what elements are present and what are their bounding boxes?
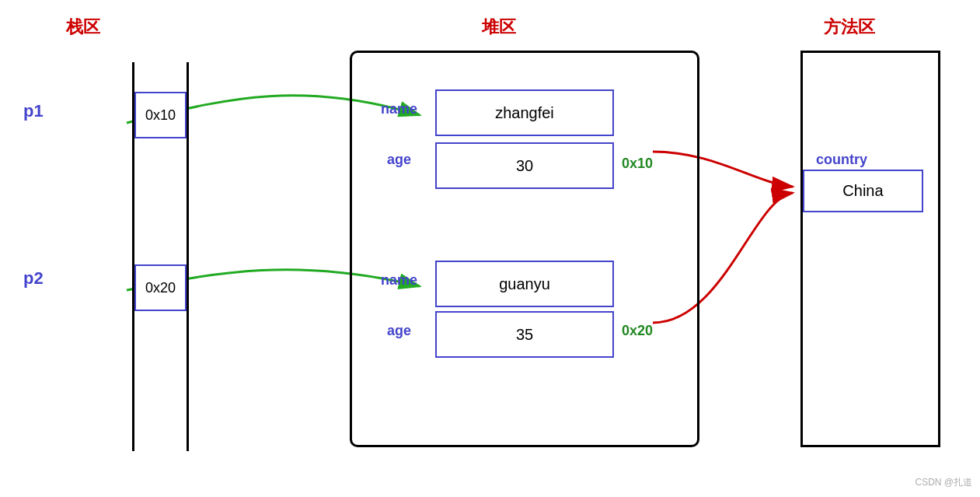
heap-obj2-name-box: guanyu: [435, 261, 614, 307]
heap-obj1-name-label: name: [381, 101, 417, 117]
p1-cell: 0x10: [134, 92, 187, 138]
heap-obj1-addr: 0x10: [622, 156, 653, 172]
heap-obj2-addr: 0x20: [622, 323, 653, 339]
heap-obj2-age-box: 35: [435, 311, 614, 358]
p1-label: p1: [23, 101, 44, 121]
method-title: 方法区: [824, 16, 875, 39]
stack-right-border: [187, 62, 189, 451]
heap-obj1-name-box: zhangfei: [435, 89, 614, 136]
p2-label: p2: [23, 268, 44, 289]
p2-cell: 0x20: [134, 264, 187, 311]
stack-title: 栈区: [66, 16, 100, 39]
heap-obj2-age-label: age: [387, 323, 411, 339]
heap-obj1-age-box: 30: [435, 142, 614, 189]
method-country-box: China: [803, 170, 923, 212]
method-area: [800, 51, 940, 447]
heap-obj2-name-label: name: [381, 272, 417, 289]
diagram: 栈区 p1 0x10 p2 0x20 堆区 name zhangfei age …: [0, 0, 980, 497]
heap-title: 堆区: [482, 16, 516, 39]
watermark: CSDN @扎道: [915, 476, 972, 489]
heap-obj1-age-label: age: [387, 152, 411, 168]
method-country-label: country: [816, 152, 867, 168]
